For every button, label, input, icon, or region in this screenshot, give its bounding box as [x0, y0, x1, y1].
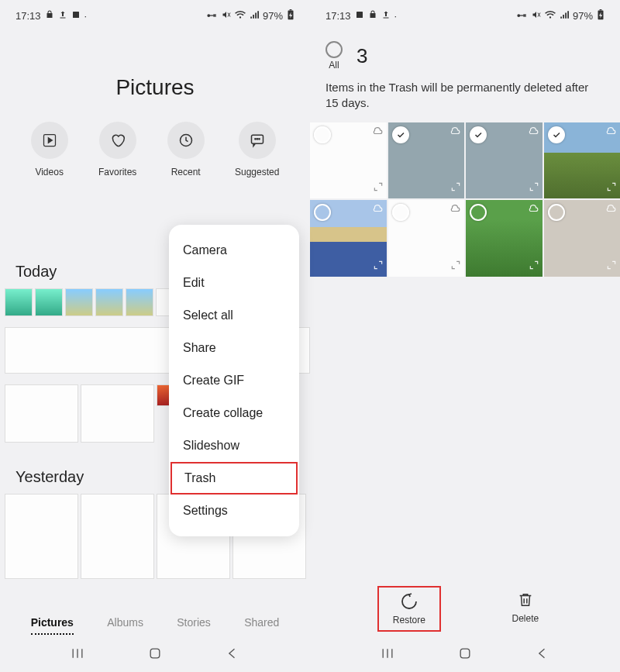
svg-rect-2 [209, 15, 215, 16]
restore-icon [400, 592, 418, 611]
overflow-menu: Camera Edit Select all Share Create GIF … [169, 225, 299, 536]
nav-bar [310, 646, 620, 664]
signal-icon [560, 10, 569, 22]
check-icon [548, 126, 565, 143]
mute-icon [222, 10, 231, 22]
trash-item[interactable] [388, 122, 465, 199]
status-time: 17:13 [16, 10, 41, 22]
svg-rect-0 [73, 12, 79, 18]
expand-icon [606, 181, 617, 195]
category-videos[interactable]: Videos [31, 122, 68, 177]
lock-icon [368, 10, 377, 22]
battery-icon [597, 9, 604, 22]
menu-settings[interactable]: Settings [169, 495, 299, 527]
home-nav-icon[interactable] [457, 646, 473, 664]
svg-rect-23 [600, 9, 602, 10]
back-nav-icon[interactable] [225, 646, 240, 664]
expand-icon [373, 181, 384, 195]
trash-info-message: Items in the Trash will be permanently d… [310, 75, 620, 122]
menu-share[interactable]: Share [169, 332, 299, 364]
check-icon [392, 204, 409, 221]
cloud-icon [449, 126, 461, 140]
expand-icon [529, 260, 539, 274]
signal-icon [250, 10, 259, 22]
expand-icon [373, 260, 384, 274]
cloud-icon [527, 203, 539, 217]
action-bar: Restore Delete [310, 586, 620, 632]
cloud-icon [604, 126, 617, 140]
status-dot: · [84, 10, 88, 22]
delete-label: Delete [512, 613, 539, 624]
clock-icon [178, 133, 194, 148]
recents-nav-icon[interactable] [70, 646, 85, 664]
check-icon [548, 204, 565, 221]
recents-nav-icon[interactable] [380, 646, 395, 664]
select-all-label: All [329, 60, 339, 71]
phone-left-pictures: 17:13 · 97% [0, 0, 310, 672]
lock-icon [45, 10, 54, 22]
trash-item[interactable] [466, 122, 542, 199]
tab-shared[interactable]: Shared [244, 612, 279, 635]
trash-icon [517, 591, 534, 609]
svg-rect-16 [150, 649, 160, 658]
mute-icon [532, 10, 541, 22]
wifi-icon [545, 10, 556, 22]
category-label: Suggested [235, 167, 279, 177]
menu-camera[interactable]: Camera [169, 234, 299, 267]
category-recent[interactable]: Recent [167, 122, 205, 177]
bottom-tabs: Pictures Albums Stories Shared [0, 612, 310, 635]
select-all-toggle[interactable]: All [326, 41, 343, 71]
trash-grid [310, 122, 620, 277]
category-favorites[interactable]: Favorites [98, 122, 136, 177]
tab-stories[interactable]: Stories [177, 612, 211, 635]
check-icon [314, 126, 331, 143]
vpn-icon [515, 10, 528, 22]
tab-pictures[interactable]: Pictures [31, 612, 74, 635]
menu-slideshow[interactable]: Slideshow [169, 429, 299, 462]
restore-button[interactable]: Restore [377, 586, 441, 632]
expand-icon [450, 181, 461, 195]
svg-rect-21 [525, 14, 525, 17]
trash-item[interactable] [310, 200, 387, 277]
menu-create-gif[interactable]: Create GIF [169, 364, 299, 397]
trash-item[interactable] [544, 200, 621, 277]
battery-percent: 97% [573, 10, 593, 22]
cloud-icon [527, 126, 539, 140]
status-time: 17:13 [326, 10, 351, 22]
check-icon [314, 204, 331, 221]
trash-item[interactable] [544, 122, 621, 199]
expand-icon [529, 181, 539, 195]
svg-rect-27 [460, 649, 470, 658]
home-nav-icon[interactable] [147, 646, 163, 664]
check-icon [470, 204, 487, 221]
check-icon [392, 126, 409, 143]
trash-item[interactable] [310, 122, 387, 199]
svg-rect-19 [519, 15, 525, 16]
status-dot: · [394, 10, 398, 22]
battery-icon [287, 9, 294, 22]
menu-edit[interactable]: Edit [169, 267, 299, 299]
cloud-icon [604, 203, 617, 217]
back-nav-icon[interactable] [535, 646, 550, 664]
category-label: Favorites [98, 167, 136, 177]
menu-create-collage[interactable]: Create collage [169, 397, 299, 429]
menu-select-all[interactable]: Select all [169, 299, 299, 332]
svg-point-10 [254, 139, 255, 140]
cloud-icon [449, 203, 461, 217]
play-icon [42, 133, 57, 148]
svg-rect-6 [290, 9, 292, 10]
category-label: Recent [171, 167, 201, 177]
menu-trash[interactable]: Trash [170, 462, 298, 495]
image-icon [355, 10, 364, 22]
svg-rect-3 [213, 14, 214, 17]
tab-albums[interactable]: Albums [107, 612, 143, 635]
wifi-icon [235, 10, 246, 22]
circle-icon [326, 41, 343, 58]
trash-item[interactable] [466, 200, 542, 277]
check-icon [470, 126, 487, 143]
delete-button[interactable]: Delete [498, 586, 553, 632]
nav-bar [0, 646, 310, 664]
page-title: Pictures [0, 75, 310, 100]
category-suggested[interactable]: Suggested [235, 122, 279, 177]
trash-item[interactable] [388, 200, 465, 277]
